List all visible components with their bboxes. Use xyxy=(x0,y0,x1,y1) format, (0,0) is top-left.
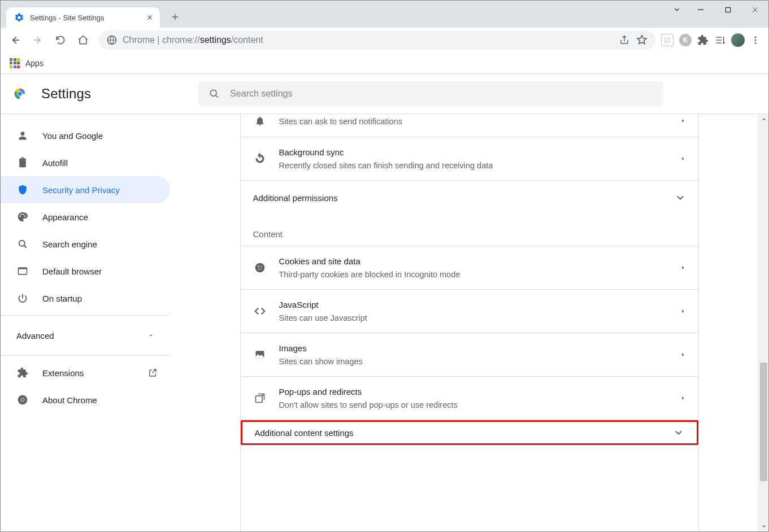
chevron-right-icon xyxy=(680,118,686,124)
svg-point-8 xyxy=(210,90,216,96)
nav-label: Default browser xyxy=(42,267,102,276)
tab-title: Settings - Site Settings xyxy=(30,14,140,22)
tab-search-button[interactable] xyxy=(667,1,687,19)
cookie-icon xyxy=(253,261,267,274)
svg-point-20 xyxy=(260,269,262,270)
nav-label: On startup xyxy=(42,294,82,303)
window-controls xyxy=(667,1,768,22)
nav-default-browser[interactable]: Default browser xyxy=(1,258,170,285)
extension-icon-2[interactable]: K xyxy=(679,34,692,46)
code-icon xyxy=(253,304,267,318)
search-icon xyxy=(16,238,29,250)
row-additional-content-settings[interactable]: Additional content settings xyxy=(242,422,697,443)
row-sub: Sites can show images xyxy=(279,356,668,367)
svg-rect-22 xyxy=(255,396,262,403)
bookmarks-bar: Apps xyxy=(1,53,768,74)
scroll-up-icon[interactable] xyxy=(759,114,768,124)
minimize-button[interactable] xyxy=(687,1,714,19)
share-icon[interactable] xyxy=(619,35,629,45)
row-title: Additional content settings xyxy=(255,428,354,438)
nav-label: Extensions xyxy=(42,368,84,378)
row-cookies[interactable]: Cookies and site data Third-party cookie… xyxy=(241,246,698,290)
svg-point-18 xyxy=(260,266,262,267)
settings-main: Sites can ask to send notifications Back… xyxy=(170,114,768,531)
popup-icon xyxy=(253,391,267,405)
scrollbar-thumb[interactable] xyxy=(760,363,767,481)
maximize-button[interactable] xyxy=(714,1,741,19)
row-sub: Sites can use Javascript xyxy=(279,312,668,324)
browser-tab[interactable]: Settings - Site Settings xyxy=(6,7,160,28)
svg-point-16 xyxy=(255,263,264,273)
row-sub: Recently closed sites can finish sending… xyxy=(279,160,668,171)
apps-icon[interactable] xyxy=(10,58,20,68)
nav-advanced[interactable]: Advanced xyxy=(1,319,170,352)
browser-icon xyxy=(16,265,29,277)
nav-on-startup[interactable]: On startup xyxy=(1,285,170,312)
sync-icon xyxy=(253,152,267,165)
section-content-header: Content xyxy=(241,215,698,246)
svg-point-15 xyxy=(21,399,24,402)
scroll-down-icon[interactable] xyxy=(759,521,768,531)
home-button[interactable] xyxy=(73,30,93,50)
settings-header: Settings xyxy=(1,74,768,114)
profile-avatar[interactable] xyxy=(731,33,745,47)
nav-about[interactable]: About Chrome xyxy=(1,386,170,413)
nav-label: Autofill xyxy=(42,158,68,168)
url-text: Chrome | chrome://settings/content xyxy=(123,35,614,45)
chevron-right-icon xyxy=(680,265,686,271)
open-external-icon xyxy=(147,368,158,378)
bell-icon xyxy=(253,114,267,128)
row-title: Cookies and site data xyxy=(279,255,668,268)
nav-label: Security and Privacy xyxy=(42,185,120,195)
svg-point-4 xyxy=(755,42,757,44)
row-background-sync[interactable]: Background sync Recently closed sites ca… xyxy=(241,137,698,181)
row-images[interactable]: Images Sites can show images xyxy=(241,333,698,377)
highlight-additional-content: Additional content settings xyxy=(241,420,698,445)
forward-button[interactable] xyxy=(28,30,48,50)
chevron-down-icon xyxy=(673,427,684,438)
nav-you-and-google[interactable]: You and Google xyxy=(1,122,170,149)
row-popups[interactable]: Pop-ups and redirects Don't allow sites … xyxy=(241,377,698,420)
row-title: Images xyxy=(279,342,668,355)
nav-autofill[interactable]: Autofill xyxy=(1,149,170,176)
row-title: JavaScript xyxy=(279,299,668,311)
settings-search[interactable] xyxy=(198,81,663,106)
row-notifications[interactable]: Sites can ask to send notifications xyxy=(241,114,698,137)
window-close-button[interactable] xyxy=(741,1,768,19)
chrome-menu-icon[interactable] xyxy=(750,35,761,45)
page-title: Settings xyxy=(41,86,91,102)
row-title: Background sync xyxy=(279,146,668,159)
row-additional-permissions[interactable]: Additional permissions xyxy=(241,181,698,215)
power-icon xyxy=(16,292,29,304)
svg-point-2 xyxy=(755,36,757,38)
chevron-down-icon xyxy=(675,192,686,203)
nav-search-engine[interactable]: Search engine xyxy=(1,230,170,258)
back-button[interactable] xyxy=(5,30,25,50)
address-bar[interactable]: Chrome | chrome://settings/content xyxy=(99,30,655,50)
chrome-icon xyxy=(16,394,29,406)
nav-appearance[interactable]: Appearance xyxy=(1,203,170,230)
extension-icon-1[interactable] xyxy=(661,34,674,46)
nav-label: Appearance xyxy=(42,212,88,222)
nav-label: You and Google xyxy=(42,131,103,141)
settings-sidebar: You and Google Autofill Security and Pri… xyxy=(1,114,170,531)
svg-point-7 xyxy=(18,91,21,95)
shield-icon xyxy=(16,184,29,196)
scrollbar[interactable] xyxy=(758,114,768,531)
new-tab-button[interactable] xyxy=(167,8,184,25)
close-tab-icon[interactable] xyxy=(145,13,154,22)
reload-button[interactable] xyxy=(50,30,71,50)
chevron-right-icon xyxy=(680,352,686,357)
chevron-right-icon xyxy=(680,395,686,401)
apps-label[interactable]: Apps xyxy=(25,59,44,68)
site-info-icon[interactable] xyxy=(107,35,117,45)
search-input[interactable] xyxy=(229,88,653,99)
reading-list-icon[interactable] xyxy=(714,34,725,46)
chevron-right-icon xyxy=(680,308,686,314)
bookmark-icon[interactable] xyxy=(636,34,648,46)
row-javascript[interactable]: JavaScript Sites can use Javascript xyxy=(241,290,698,333)
nav-extensions[interactable]: Extensions xyxy=(1,359,170,386)
chevron-down-icon xyxy=(147,332,154,339)
extensions-icon[interactable] xyxy=(697,34,709,46)
nav-security-privacy[interactable]: Security and Privacy xyxy=(1,176,170,203)
